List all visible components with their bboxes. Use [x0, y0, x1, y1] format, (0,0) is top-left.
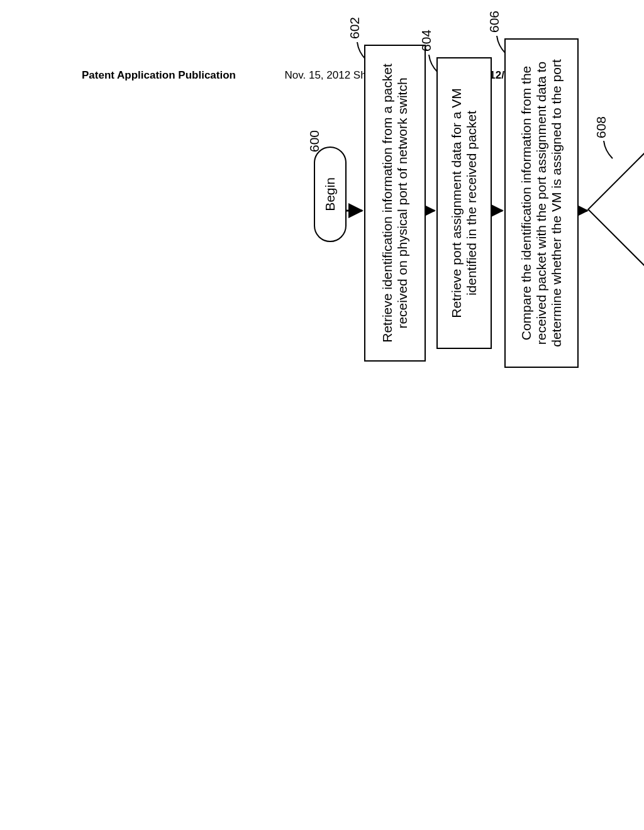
- flow-step-606-label: Compare the identification information f…: [519, 46, 564, 360]
- ref-604: 604: [419, 30, 434, 52]
- publication-label: Patent Application Publication: [82, 69, 236, 82]
- ref-606: 606: [487, 11, 502, 33]
- flow-step-602-label: Retrieve identification information from…: [380, 52, 410, 354]
- flow-begin-label: Begin: [323, 177, 338, 211]
- flow-step-606: Compare the identification information f…: [504, 38, 579, 368]
- ref-600: 600: [307, 130, 322, 152]
- flow-begin: Begin: [314, 147, 347, 242]
- ref-608: 608: [594, 116, 609, 138]
- flow-step-604-label: Retrieve port assignment data for a VM i…: [449, 65, 479, 341]
- flow-decision-608: VM assigned to port ?: [613, 151, 644, 270]
- ref-602: 602: [347, 17, 362, 39]
- flow-step-602: Retrieve identification information from…: [364, 45, 426, 362]
- flow-step-604: Retrieve port assignment data for a VM i…: [436, 57, 492, 349]
